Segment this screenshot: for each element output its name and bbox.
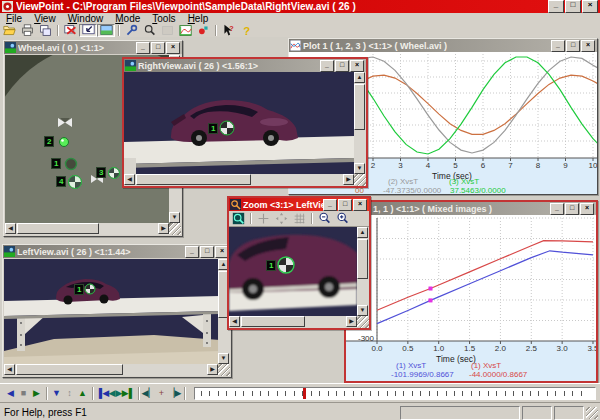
scroll-right-button[interactable]: ▶ <box>343 174 354 185</box>
menu-tools[interactable]: Tools <box>146 13 181 24</box>
horizontal-scrollbar[interactable]: ◀▶ <box>4 364 218 376</box>
stop-button[interactable]: ■ <box>17 387 30 400</box>
close-button[interactable]: × <box>350 60 364 72</box>
wheel-titlebar[interactable]: Wheel.avi ( 0 ) <1:1> _ □ × <box>4 41 182 54</box>
open-file-button[interactable] <box>0 24 18 37</box>
track-button[interactable] <box>229 212 247 225</box>
scroll-down-button[interactable]: ▼ <box>218 353 229 364</box>
scroll-thumb[interactable] <box>354 84 365 130</box>
scroll-left-button[interactable]: ◀ <box>5 223 16 234</box>
scroll-right-button[interactable]: ▶ <box>158 223 169 234</box>
plot2-titlebar[interactable]: 2 ( 1, 1 ) <1:1> ( Mixed images ) _ □ × <box>346 202 596 215</box>
frame-position-indicator[interactable] <box>303 388 306 399</box>
minimize-button[interactable]: _ <box>548 0 564 13</box>
step-forward-button[interactable]: ▕▶ <box>168 387 181 400</box>
minimize-button[interactable]: _ <box>320 60 334 72</box>
context-help-button[interactable]: ? <box>219 24 237 37</box>
faster-button[interactable]: ▲ <box>76 387 89 400</box>
minimize-button[interactable]: _ <box>185 246 199 258</box>
maximize-button[interactable]: □ <box>200 246 214 258</box>
tracked-point-4[interactable] <box>69 176 82 189</box>
plot1-titlebar[interactable]: Plot 1 ( 1, 2, 3 ) <1:1> ( Wheel.avi ) _… <box>289 39 597 52</box>
minimize-button[interactable]: _ <box>136 42 150 54</box>
magnify-button[interactable] <box>140 24 158 37</box>
step-back-button[interactable]: ◀▏ <box>142 387 155 400</box>
minimize-button[interactable]: _ <box>550 203 564 215</box>
scroll-right-button[interactable]: ▶ <box>346 316 357 327</box>
scroll-down-button[interactable]: ▼ <box>354 163 365 174</box>
zoom-in-button[interactable] <box>333 212 351 225</box>
scroll-thumb[interactable] <box>136 174 251 185</box>
close-button[interactable]: × <box>582 0 598 13</box>
scroll-left-button[interactable]: ◀ <box>229 316 240 327</box>
last-frame-button[interactable]: ▶▌ <box>122 387 135 400</box>
maximize-button[interactable]: □ <box>151 42 165 54</box>
app-titlebar[interactable]: ViewPoint - C:\Program Files\Viewpoint\S… <box>0 0 600 13</box>
track-point-button[interactable] <box>194 24 212 37</box>
video-window-button[interactable] <box>79 24 97 37</box>
resize-grip[interactable] <box>169 223 181 235</box>
calibrate-wrench-button[interactable] <box>122 24 140 37</box>
menu-view[interactable]: View <box>28 13 62 24</box>
close-button[interactable]: × <box>581 40 595 52</box>
horizontal-scrollbar[interactable]: ◀▶ <box>229 316 357 328</box>
maximize-button[interactable]: □ <box>566 40 580 52</box>
mark-frame-button[interactable]: + <box>155 387 168 400</box>
close-button[interactable]: × <box>353 199 367 211</box>
frame-slider[interactable] <box>194 387 596 400</box>
leftview-titlebar[interactable]: LeftView.avi ( 26 ) <1:1.44> _ □ × <box>3 245 231 258</box>
maximize-button[interactable]: □ <box>565 203 579 215</box>
vertical-scrollbar[interactable]: ▲▼ <box>354 72 366 174</box>
play-reverse-button[interactable]: ◀ <box>4 387 17 400</box>
close-button[interactable]: × <box>580 203 594 215</box>
first-frame-button[interactable]: ▐◀ <box>96 387 109 400</box>
scroll-up-button[interactable]: ▲ <box>354 72 365 83</box>
tracked-point-target[interactable] <box>278 257 294 273</box>
close-video-button[interactable] <box>61 24 79 37</box>
menu-help[interactable]: Help <box>182 13 215 24</box>
rightview-titlebar[interactable]: RightView.avi ( 26 ) <1.56:1> _ □ × <box>124 59 366 72</box>
resize-grip[interactable] <box>218 364 230 376</box>
play-forward-button[interactable]: ▶ <box>30 387 43 400</box>
help-button[interactable]: ? <box>237 24 255 37</box>
new-window-button[interactable] <box>36 24 54 37</box>
maximize-button[interactable]: □ <box>338 199 352 211</box>
scroll-thumb[interactable] <box>17 223 99 234</box>
pause-button[interactable]: ↕ <box>63 387 76 400</box>
close-button[interactable]: × <box>166 42 180 54</box>
image-window-button[interactable] <box>97 24 115 37</box>
scroll-left-button[interactable]: ◀ <box>4 364 15 375</box>
scroll-thumb[interactable] <box>241 316 305 327</box>
horizontal-scrollbar[interactable]: ◀▶ <box>5 223 169 235</box>
plot-button[interactable] <box>176 24 194 37</box>
scroll-down-button[interactable]: ▼ <box>169 212 180 223</box>
minimize-button[interactable]: _ <box>323 199 337 211</box>
scroll-thumb[interactable] <box>357 239 368 279</box>
resize-grip[interactable] <box>354 174 366 186</box>
vertical-scrollbar[interactable]: ▲▼ <box>357 227 369 316</box>
maximize-button[interactable]: □ <box>565 0 581 13</box>
scroll-down-button[interactable]: ▼ <box>357 305 368 316</box>
menu-window[interactable]: Window <box>62 13 110 24</box>
scroll-left-button[interactable]: ◀ <box>124 174 135 185</box>
resize-grip[interactable] <box>357 316 369 328</box>
scroll-up-button[interactable]: ▲ <box>357 227 368 238</box>
tracked-point-target[interactable] <box>85 284 95 294</box>
menu-file[interactable]: File <box>0 13 28 24</box>
zoom-titlebar[interactable]: Zoom <3:1> LeftView.avi _ □ × <box>229 198 369 211</box>
minimize-button[interactable]: _ <box>551 40 565 52</box>
tracked-point-target[interactable] <box>220 121 234 135</box>
tracked-point-2[interactable] <box>60 138 69 147</box>
tracked-point-3[interactable] <box>109 168 120 179</box>
zoom-out-button[interactable] <box>315 212 333 225</box>
maximize-button[interactable]: □ <box>335 60 349 72</box>
palindrome-play-button[interactable]: ◀▶ <box>109 387 122 400</box>
scroll-right-button[interactable]: ▶ <box>207 364 218 375</box>
slower-button[interactable]: ▼ <box>50 387 63 400</box>
horizontal-scrollbar[interactable]: ◀▶ <box>124 174 354 186</box>
tracked-point-1[interactable] <box>66 159 77 170</box>
print-button[interactable] <box>18 24 36 37</box>
resize-grip[interactable] <box>586 407 598 419</box>
menu-mode[interactable]: Mode <box>109 13 146 24</box>
scroll-thumb[interactable] <box>16 364 123 375</box>
